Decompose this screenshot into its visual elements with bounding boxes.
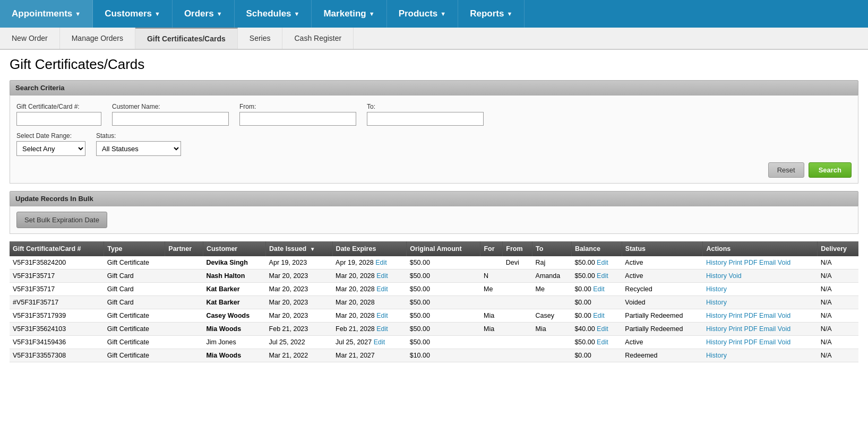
cell-customer: Mia Woods bbox=[203, 323, 265, 336]
tab-manage-orders[interactable]: Manage Orders bbox=[60, 28, 135, 49]
tab-new-order[interactable]: New Order bbox=[0, 28, 60, 49]
edit-expires-link[interactable]: Edit bbox=[376, 272, 388, 280]
cell-to: Raj bbox=[532, 256, 572, 269]
cell-for bbox=[480, 349, 503, 362]
cell-date-issued: Jul 25, 2022 bbox=[266, 336, 333, 349]
action-email-link[interactable]: Email bbox=[759, 259, 776, 266]
cell-delivery: N/A bbox=[818, 296, 858, 309]
cell-type: Gift Certificate bbox=[104, 349, 165, 362]
cell-type: Gift Certificate bbox=[104, 323, 165, 336]
action-print-pdf-link[interactable]: Print PDF bbox=[728, 259, 757, 266]
search-button[interactable]: Search bbox=[809, 162, 852, 178]
edit-balance-link[interactable]: Edit bbox=[593, 285, 605, 293]
nav-customers[interactable]: Customers ▼ bbox=[93, 0, 173, 28]
action-void-link[interactable]: Void bbox=[778, 338, 790, 346]
edit-expires-link[interactable]: Edit bbox=[375, 259, 387, 266]
action-void-link[interactable]: Void bbox=[778, 259, 790, 266]
cell-delivery: N/A bbox=[818, 336, 858, 349]
status-label: Status: bbox=[96, 132, 181, 140]
col-original-amount: Original Amount bbox=[407, 241, 480, 256]
bulk-section-header: Update Records In Bulk bbox=[10, 191, 858, 206]
cell-date-expires: Mar 20, 2028 bbox=[332, 296, 407, 309]
cell-from bbox=[503, 269, 532, 283]
cell-gc-number: V5F31F35717 bbox=[10, 283, 104, 296]
cell-partner bbox=[165, 349, 203, 362]
to-field-group: To: bbox=[367, 103, 484, 126]
action-history-link[interactable]: History bbox=[706, 299, 727, 306]
action-void-link[interactable]: Void bbox=[778, 325, 790, 333]
cell-date-expires: Mar 20, 2028 Edit bbox=[332, 283, 407, 296]
action-history-link[interactable]: History bbox=[706, 325, 727, 333]
edit-expires-link[interactable]: Edit bbox=[376, 325, 388, 333]
edit-balance-link[interactable]: Edit bbox=[593, 312, 605, 319]
cell-from: Devi bbox=[503, 256, 532, 269]
cell-actions: History bbox=[703, 283, 818, 296]
nav-reports[interactable]: Reports ▼ bbox=[458, 0, 525, 28]
cell-type: Gift Certificate bbox=[104, 256, 165, 269]
action-email-link[interactable]: Email bbox=[759, 338, 776, 346]
cell-from bbox=[503, 296, 532, 309]
cell-actions: History Print PDF Email Void bbox=[703, 256, 818, 269]
cell-gc-number: V5F31F34159436 bbox=[10, 336, 104, 349]
cell-original-amount: $50.00 bbox=[407, 296, 480, 309]
cell-status: Active bbox=[622, 336, 703, 349]
customer-name-input[interactable] bbox=[112, 112, 229, 126]
edit-balance-link[interactable]: Edit bbox=[597, 325, 608, 333]
edit-balance-link[interactable]: Edit bbox=[597, 338, 608, 346]
search-row-2: Select Date Range: Select Any Today This… bbox=[16, 132, 852, 156]
action-history-link[interactable]: History bbox=[706, 259, 727, 266]
col-date-expires: Date Expires bbox=[332, 241, 407, 256]
cell-original-amount: $10.00 bbox=[407, 349, 480, 362]
action-print-pdf-link[interactable]: Print PDF bbox=[728, 325, 757, 333]
to-input[interactable] bbox=[367, 112, 484, 126]
cell-partner bbox=[165, 309, 203, 323]
nav-appointments[interactable]: Appointments ▼ bbox=[0, 0, 93, 28]
edit-expires-link[interactable]: Edit bbox=[376, 312, 388, 319]
chevron-down-icon: ▼ bbox=[75, 11, 81, 17]
cell-partner bbox=[165, 256, 203, 269]
edit-expires-link[interactable]: Edit bbox=[374, 338, 385, 346]
tab-series[interactable]: Series bbox=[238, 28, 283, 49]
col-partner: Partner bbox=[165, 241, 203, 256]
action-void-link[interactable]: Void bbox=[778, 312, 790, 319]
cell-date-expires: Mar 20, 2028 Edit bbox=[332, 309, 407, 323]
action-history-link[interactable]: History bbox=[706, 285, 727, 293]
cell-for: Me bbox=[480, 283, 503, 296]
tab-cash-register[interactable]: Cash Register bbox=[282, 28, 354, 49]
col-date-issued[interactable]: Date Issued ▼ bbox=[266, 241, 333, 256]
nav-orders[interactable]: Orders ▼ bbox=[173, 0, 235, 28]
action-print-pdf-link[interactable]: Print PDF bbox=[728, 312, 757, 319]
cell-date-issued: Feb 21, 2023 bbox=[266, 323, 333, 336]
cell-partner bbox=[165, 283, 203, 296]
tab-gift-certificates[interactable]: Gift Certificates/Cards bbox=[135, 28, 238, 49]
action-print-pdf-link[interactable]: Print PDF bbox=[728, 338, 757, 346]
edit-expires-link[interactable]: Edit bbox=[376, 285, 388, 293]
set-bulk-expiration-button[interactable]: Set Bulk Expiration Date bbox=[16, 212, 107, 228]
edit-balance-link[interactable]: Edit bbox=[597, 259, 608, 266]
cell-delivery: N/A bbox=[818, 309, 858, 323]
status-select[interactable]: All Statuses Active Voided Recycled Rede… bbox=[96, 141, 181, 156]
cell-balance: $0.00 Edit bbox=[571, 309, 622, 323]
date-range-select[interactable]: Select Any Today This Week This Month La… bbox=[16, 141, 85, 156]
cell-to: Mia bbox=[532, 323, 572, 336]
cell-delivery: N/A bbox=[818, 349, 858, 362]
search-criteria-body: Gift Certificate/Card #: Customer Name: … bbox=[10, 95, 858, 184]
cell-balance: $0.00 bbox=[571, 296, 622, 309]
action-email-link[interactable]: Email bbox=[759, 325, 776, 333]
chevron-down-icon: ▼ bbox=[440, 11, 446, 17]
from-input[interactable] bbox=[239, 112, 356, 126]
gc-number-input[interactable] bbox=[16, 112, 101, 126]
action-void-link[interactable]: Void bbox=[728, 272, 741, 280]
col-for: For bbox=[480, 241, 503, 256]
action-history-link[interactable]: History bbox=[706, 312, 727, 319]
nav-marketing[interactable]: Marketing ▼ bbox=[312, 0, 386, 28]
nav-products[interactable]: Products ▼ bbox=[387, 0, 459, 28]
reset-button[interactable]: Reset bbox=[768, 162, 804, 178]
action-history-link[interactable]: History bbox=[706, 338, 727, 346]
action-history-link[interactable]: History bbox=[706, 352, 727, 359]
action-email-link[interactable]: Email bbox=[759, 312, 776, 319]
table-row: #V5F31F35717 Gift Card Kat Barker Mar 20… bbox=[10, 296, 858, 309]
edit-balance-link[interactable]: Edit bbox=[597, 272, 608, 280]
action-history-link[interactable]: History bbox=[706, 272, 727, 280]
nav-schedules[interactable]: Schedules ▼ bbox=[235, 0, 312, 28]
